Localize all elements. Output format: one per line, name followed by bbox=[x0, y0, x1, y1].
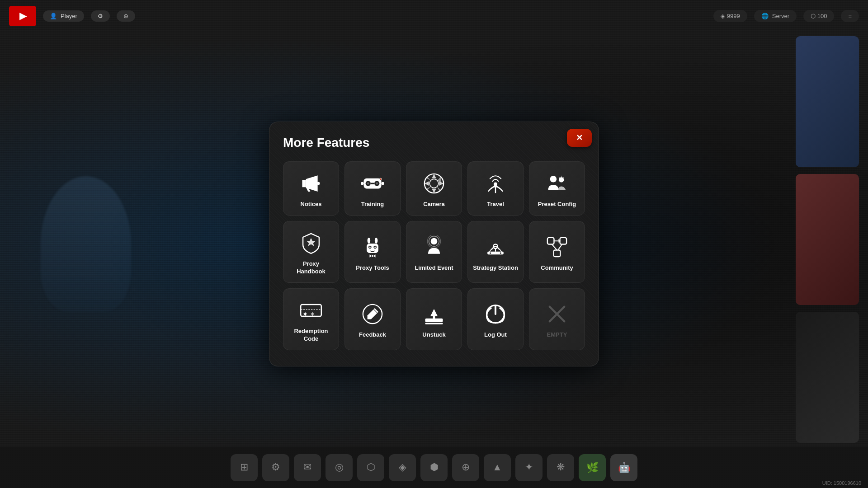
redemption-code-icon bbox=[298, 298, 324, 323]
feature-training[interactable]: Training bbox=[344, 161, 401, 216]
feature-limited-event[interactable]: Limited Event bbox=[406, 221, 462, 283]
limited-event-label: Limited Event bbox=[415, 264, 453, 272]
log-out-icon bbox=[483, 301, 508, 327]
svg-rect-36 bbox=[301, 305, 321, 316]
svg-point-15 bbox=[550, 176, 557, 183]
feedback-icon bbox=[360, 301, 385, 327]
proxy-handbook-label: Proxy Handbook bbox=[288, 260, 334, 276]
svg-point-8 bbox=[376, 183, 378, 185]
feature-notices[interactable]: Notices bbox=[283, 161, 339, 216]
unstuck-label: Unstuck bbox=[422, 331, 445, 339]
modal-title: More Features bbox=[283, 136, 585, 150]
svg-point-0 bbox=[317, 182, 320, 185]
feature-proxy-tools[interactable]: Proxy Tools bbox=[344, 221, 401, 283]
svg-point-18 bbox=[368, 238, 371, 244]
feature-proxy-handbook[interactable]: Proxy Handbook bbox=[283, 221, 339, 283]
notices-label: Notices bbox=[301, 201, 322, 208]
svg-point-31 bbox=[490, 252, 491, 253]
svg-point-19 bbox=[375, 238, 378, 244]
svg-rect-41 bbox=[433, 316, 435, 320]
training-label: Training bbox=[361, 201, 384, 208]
notices-icon bbox=[298, 171, 324, 196]
feature-empty: EMPTY bbox=[529, 288, 585, 350]
svg-point-10 bbox=[380, 178, 381, 180]
limited-event-icon bbox=[421, 235, 447, 260]
svg-point-23 bbox=[374, 246, 376, 248]
training-icon bbox=[360, 171, 385, 196]
svg-point-25 bbox=[431, 238, 438, 244]
redemption-code-label: Redemption Code bbox=[288, 328, 334, 343]
svg-point-13 bbox=[494, 183, 497, 186]
feature-redemption-code[interactable]: Redemption Code bbox=[283, 288, 339, 350]
svg-point-7 bbox=[367, 183, 369, 185]
feedback-label: Feedback bbox=[359, 331, 386, 339]
svg-rect-40 bbox=[425, 323, 443, 324]
feature-travel[interactable]: Travel bbox=[467, 161, 524, 216]
proxy-handbook-icon bbox=[298, 230, 324, 256]
preset-config-label: Preset Config bbox=[538, 201, 576, 208]
modal-overlay: More Features Notices bbox=[0, 0, 868, 488]
unstuck-icon bbox=[421, 301, 447, 327]
svg-point-5 bbox=[361, 182, 364, 185]
travel-icon bbox=[483, 171, 508, 196]
empty-icon bbox=[544, 301, 570, 327]
svg-rect-4 bbox=[371, 183, 374, 184]
more-features-modal: More Features Notices bbox=[269, 122, 599, 366]
proxy-tools-label: Proxy Tools bbox=[356, 264, 389, 272]
feature-preset-config[interactable]: Preset Config bbox=[529, 161, 585, 216]
svg-point-6 bbox=[382, 182, 385, 185]
strategy-station-label: Strategy Station bbox=[473, 264, 518, 272]
camera-label: Camera bbox=[423, 201, 445, 208]
svg-rect-24 bbox=[372, 255, 373, 257]
svg-rect-35 bbox=[554, 250, 561, 257]
strategy-station-icon bbox=[483, 235, 508, 260]
empty-label: EMPTY bbox=[547, 331, 567, 339]
svg-rect-33 bbox=[547, 238, 554, 244]
feature-unstuck[interactable]: Unstuck bbox=[406, 288, 462, 350]
camera-icon bbox=[421, 171, 447, 196]
travel-label: Travel bbox=[487, 201, 504, 208]
svg-point-32 bbox=[500, 252, 501, 253]
feature-log-out[interactable]: Log Out bbox=[467, 288, 524, 350]
proxy-tools-icon bbox=[360, 235, 385, 260]
features-grid: Notices bbox=[283, 161, 585, 350]
community-icon bbox=[544, 235, 570, 260]
feature-strategy-station[interactable]: Strategy Station bbox=[467, 221, 524, 283]
feature-feedback[interactable]: Feedback bbox=[344, 288, 401, 350]
feature-camera[interactable]: Camera bbox=[406, 161, 462, 216]
log-out-label: Log Out bbox=[484, 331, 507, 339]
svg-point-22 bbox=[369, 246, 371, 248]
preset-config-icon bbox=[544, 171, 570, 196]
feature-community[interactable]: Community bbox=[529, 221, 585, 283]
close-button[interactable] bbox=[567, 129, 592, 147]
svg-rect-34 bbox=[560, 238, 567, 244]
community-label: Community bbox=[541, 264, 573, 272]
